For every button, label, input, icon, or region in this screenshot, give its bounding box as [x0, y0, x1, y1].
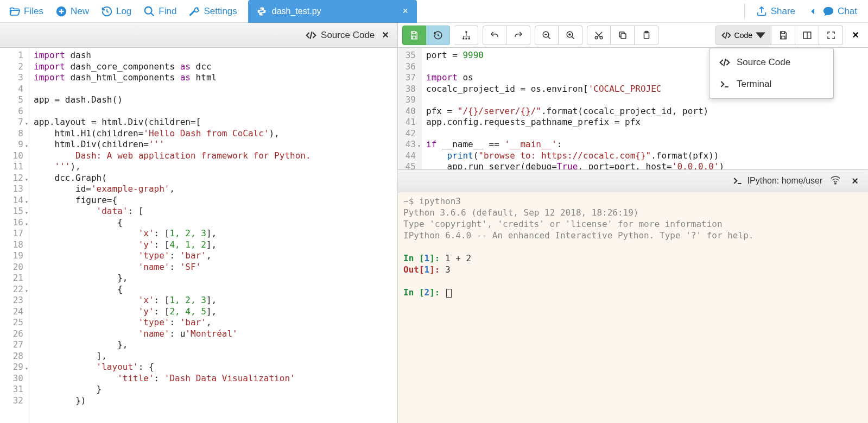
menu-find-label: Find — [159, 6, 176, 17]
tree-button[interactable] — [454, 26, 478, 45]
cut-icon — [594, 30, 604, 40]
python-icon — [257, 7, 267, 16]
svg-rect-2 — [465, 31, 467, 33]
menubar-left: Files New Log Find Settings dash_test.py… — [0, 0, 420, 23]
terminal-icon — [719, 79, 730, 90]
svg-point-1 — [145, 7, 152, 14]
paste-button[interactable] — [635, 26, 658, 45]
plus-circle-icon — [55, 5, 67, 17]
redo-button[interactable] — [506, 26, 530, 45]
right-gutter: 3536373839 40414243▾4445 — [398, 48, 422, 169]
sitemap-icon — [461, 30, 471, 40]
menu-settings-label: Settings — [204, 6, 237, 17]
svg-rect-4 — [465, 37, 467, 39]
menu-settings[interactable]: Settings — [183, 3, 242, 20]
right-toolbar: Code × — [398, 23, 868, 48]
file-tab-label: dash_test.py — [272, 7, 321, 16]
menu-new-label: New — [71, 6, 89, 17]
fullscreen-button[interactable] — [819, 26, 843, 45]
left-pane-header: Source Code × — [0, 23, 397, 48]
menubar-right: Share Chat — [744, 3, 868, 20]
svg-rect-10 — [621, 34, 626, 39]
save-icon — [778, 30, 788, 40]
svg-rect-5 — [468, 37, 470, 39]
menu-new[interactable]: New — [50, 3, 94, 20]
paste-icon — [642, 30, 651, 40]
split-button[interactable] — [795, 26, 819, 45]
zoom-in-icon — [566, 30, 575, 40]
history-icon — [433, 30, 443, 40]
zoom-out-icon — [542, 30, 552, 40]
history-icon — [101, 5, 113, 17]
search-icon — [143, 5, 155, 17]
left-pane-title-text: Source Code — [321, 30, 375, 41]
menu-files[interactable]: Files — [3, 3, 49, 20]
dropdown-source-code[interactable]: Source Code — [709, 52, 833, 73]
file-tab[interactable]: dash_test.py × — [248, 0, 417, 23]
expand-icon — [826, 30, 836, 40]
save-icon — [409, 30, 419, 40]
undo-button[interactable] — [483, 26, 506, 45]
left-pane-title: Source Code — [306, 30, 375, 41]
code-dropdown-label: Code — [734, 31, 752, 40]
chat-icon — [822, 5, 834, 17]
wrench-icon — [188, 5, 200, 17]
code-icon — [719, 57, 730, 68]
code-dropdown-button[interactable]: Code — [715, 26, 771, 45]
copy-button[interactable] — [611, 26, 635, 45]
menu-files-label: Files — [24, 6, 43, 17]
terminal-header: IPython: home/user × — [398, 169, 868, 192]
redo-icon — [514, 30, 523, 40]
terminal-body[interactable]: ~$ ipython3 Python 3.6.6 (default, Sep 1… — [398, 192, 868, 423]
caret-left-icon — [807, 5, 819, 17]
terminal-close[interactable]: × — [848, 175, 861, 187]
terminal-title-text: IPython: home/user — [747, 176, 823, 186]
folder-open-icon — [9, 5, 21, 17]
menu-log[interactable]: Log — [96, 3, 137, 20]
left-pane: Source Code × 123456 7▾89▾1011 12▾1314▾1… — [0, 23, 398, 423]
code-icon — [306, 30, 316, 41]
menu-log-label: Log — [116, 6, 131, 17]
zoom-out-button[interactable] — [535, 26, 559, 45]
left-editor[interactable]: 123456 7▾89▾1011 12▾1314▾15▾ 16▾17181920… — [0, 48, 397, 423]
code-icon — [721, 30, 731, 40]
left-gutter: 123456 7▾89▾1011 12▾1314▾15▾ 16▾17181920… — [0, 48, 29, 423]
right-pane-close[interactable]: × — [847, 26, 864, 45]
terminal-icon — [732, 175, 743, 186]
columns-icon — [802, 30, 812, 40]
menu-chat[interactable]: Chat — [802, 3, 863, 20]
menu-share[interactable]: Share — [750, 3, 801, 20]
dropdown-source-code-label: Source Code — [737, 57, 790, 68]
svg-point-14 — [835, 182, 837, 184]
caret-down-icon — [756, 30, 765, 40]
undo-icon — [490, 30, 499, 40]
svg-point-9 — [600, 36, 603, 39]
dropdown-terminal-label: Terminal — [737, 79, 771, 90]
cut-button[interactable] — [587, 26, 611, 45]
left-pane-close[interactable]: × — [379, 29, 392, 41]
save-button[interactable] — [402, 26, 426, 45]
history-button[interactable] — [426, 26, 450, 45]
copy-icon — [618, 30, 628, 40]
terminal-title: IPython: home/user — [732, 175, 823, 186]
zoom-in-button[interactable] — [559, 26, 582, 45]
menu-find[interactable]: Find — [138, 3, 182, 20]
wifi-icon — [830, 175, 841, 187]
code-dropdown-menu: Source Code Terminal — [709, 48, 834, 99]
menu-share-label: Share — [771, 6, 795, 17]
svg-point-8 — [595, 36, 598, 39]
save-layout-button[interactable] — [771, 26, 795, 45]
menubar: Files New Log Find Settings dash_test.py… — [0, 0, 868, 23]
svg-rect-3 — [462, 37, 464, 39]
share-icon — [756, 5, 768, 17]
left-code[interactable]: import dash import dash_core_components … — [29, 48, 397, 423]
terminal-cursor — [446, 289, 452, 298]
dropdown-terminal[interactable]: Terminal — [709, 73, 833, 95]
file-tab-close[interactable]: × — [403, 5, 409, 17]
menu-chat-label: Chat — [838, 6, 857, 17]
